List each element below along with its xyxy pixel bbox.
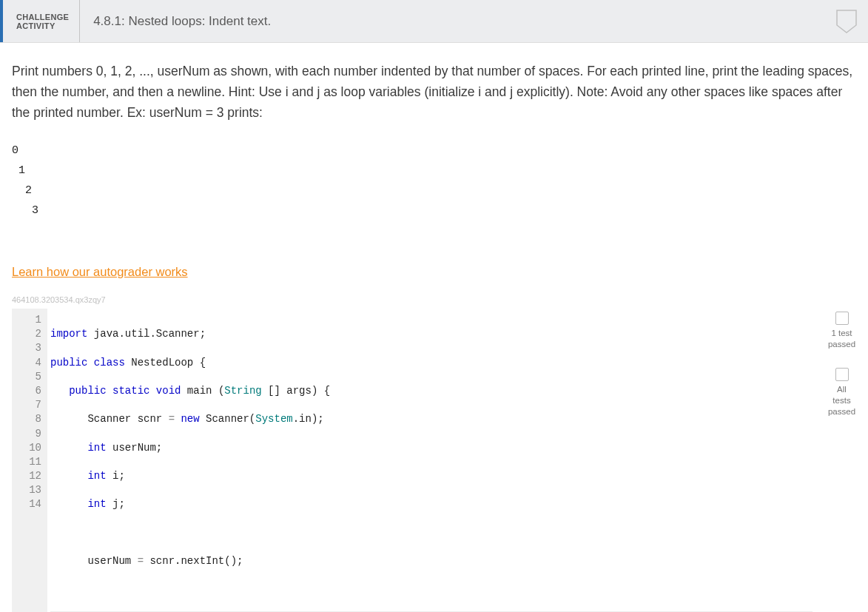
line-number: 14 bbox=[12, 497, 41, 511]
code-token: import bbox=[50, 328, 87, 340]
code-token: scnr.nextInt(); bbox=[144, 555, 243, 567]
line-number: 8 bbox=[12, 412, 41, 426]
line-number: 9 bbox=[12, 427, 41, 441]
code-token: int bbox=[87, 498, 106, 510]
challenge-badge: CHALLENGE ACTIVITY bbox=[0, 0, 80, 42]
code-token bbox=[50, 498, 87, 510]
code-token: int bbox=[87, 442, 106, 454]
code-token: Scanner scnr bbox=[87, 413, 168, 425]
code-token: class bbox=[87, 357, 124, 369]
status-one-test: 1 test passed bbox=[827, 312, 856, 350]
line-number: 12 bbox=[12, 469, 41, 483]
code-token: .in); bbox=[293, 413, 324, 425]
line-number: 7 bbox=[12, 398, 41, 412]
code-editor[interactable]: 1 2 3 4 5 6 7 8 9 10 11 12 13 14 import … bbox=[12, 309, 813, 612]
code-token bbox=[50, 555, 87, 567]
watermark: 464108.3203534.qx3zqy7 bbox=[12, 295, 856, 304]
code-token bbox=[50, 413, 87, 425]
line-number: 3 bbox=[12, 341, 41, 355]
content-area: Print numbers 0, 1, 2, ..., userNum as s… bbox=[0, 43, 868, 612]
code-token: void bbox=[149, 385, 181, 397]
code-token bbox=[50, 470, 87, 482]
status-box-icon bbox=[835, 368, 849, 381]
code-text-area[interactable]: import java.util.Scanner; public class N… bbox=[47, 309, 813, 612]
status-box-icon bbox=[835, 312, 849, 325]
code-token: j; bbox=[107, 498, 125, 510]
line-number: 6 bbox=[12, 384, 41, 398]
code-token: System bbox=[255, 413, 292, 425]
code-token: i; bbox=[107, 470, 125, 482]
code-token: Scanner( bbox=[200, 413, 256, 425]
test-status-panel: 1 test passed All tests passed bbox=[827, 309, 856, 417]
line-number: 13 bbox=[12, 483, 41, 497]
code-token: userNum bbox=[87, 555, 137, 567]
code-token: java.util.Scanner; bbox=[87, 328, 206, 340]
code-token: main ( bbox=[181, 385, 224, 397]
shield-icon bbox=[835, 0, 858, 42]
code-token: = bbox=[169, 413, 175, 425]
code-token bbox=[50, 385, 69, 397]
code-token: String bbox=[224, 385, 261, 397]
code-token: new bbox=[175, 413, 200, 425]
autograder-link[interactable]: Learn how our autograder works bbox=[12, 265, 188, 279]
activity-title: 4.8.1: Nested loops: Indent text. bbox=[80, 0, 284, 42]
code-token: public bbox=[50, 357, 87, 369]
code-token: = bbox=[138, 555, 144, 567]
line-number: 1 bbox=[12, 313, 41, 327]
code-token: NestedLoop { bbox=[125, 357, 206, 369]
line-number-gutter: 1 2 3 4 5 6 7 8 9 10 11 12 13 14 bbox=[12, 309, 47, 612]
status-one-test-label: 1 test passed bbox=[828, 328, 855, 350]
editor-row: 1 2 3 4 5 6 7 8 9 10 11 12 13 14 import … bbox=[12, 309, 856, 612]
example-output: 0 1 2 3 bbox=[12, 141, 856, 221]
code-token: public bbox=[69, 385, 106, 397]
code-token: [] args) { bbox=[262, 385, 330, 397]
line-number: 5 bbox=[12, 370, 41, 384]
line-number: 2 bbox=[12, 327, 41, 341]
prompt-text: Print numbers 0, 1, 2, ..., userNum as s… bbox=[12, 61, 856, 123]
status-all-tests-label: All tests passed bbox=[827, 384, 856, 417]
challenge-header: CHALLENGE ACTIVITY 4.8.1: Nested loops: … bbox=[0, 0, 868, 43]
line-number: 4 bbox=[12, 356, 41, 370]
code-token: userNum; bbox=[107, 442, 163, 454]
line-number: 11 bbox=[12, 455, 41, 469]
code-token bbox=[50, 442, 87, 454]
badge-line-1: CHALLENGE bbox=[16, 13, 69, 21]
code-token: int bbox=[87, 470, 106, 482]
code-token: static bbox=[107, 385, 150, 397]
line-number: 10 bbox=[12, 441, 41, 455]
badge-line-2: ACTIVITY bbox=[16, 21, 69, 30]
status-all-tests: All tests passed bbox=[827, 368, 856, 417]
